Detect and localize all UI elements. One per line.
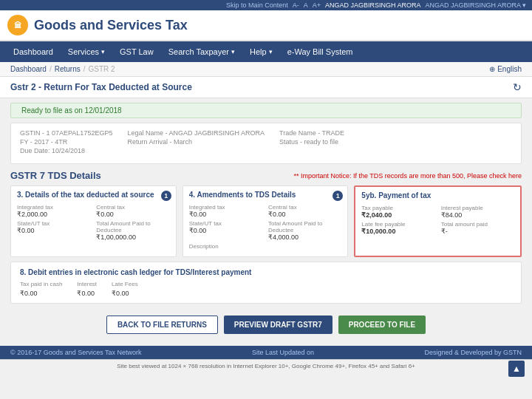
preview-button[interactable]: PREVIEW DRAFT GSTR7 [224,316,332,334]
card3-row1: Tax payable ₹2,040.00 Interest payable ₹… [361,205,514,219]
card2-integrated: Integrated tax ₹0.00 [189,204,262,218]
info-row-1: GSTIN - 1 07AEPAL1752EGP5 FY - 2017 - 4T… [20,129,512,154]
card1-central: Central tax ₹0.00 [96,204,169,218]
card1-integrated: Integrated tax ₹2,000.00 [17,204,90,218]
scroll-to-top[interactable]: ▲ [508,361,525,377]
breadcrumb-gstr2: GSTR 2 [89,65,115,73]
button-bar: BACK TO FILE RETURNS PREVIEW DRAFT GSTR7… [0,308,532,341]
footer-bottom: Site best viewed at 1024 × 768 resolutio… [0,359,532,372]
breadcrumb-dashboard[interactable]: Dashboard [10,65,47,73]
info-box: GSTIN - 1 07AEPAL1752EGP5 FY - 2017 - 4T… [10,123,522,164]
card2-title: 4. Amendments to TDS Details [189,191,342,200]
card1-total: Total Amount Paid to Deductee ₹1,00,000.… [96,220,169,241]
footer: © 2016-17 Goods and Services Tax Network… [0,346,532,359]
card-tds-details: 3. Details of the tax deducted at source… [10,185,177,257]
info-legal: Legal Name - ANGAD JAGBIRSINGH ARORA Ret… [127,129,265,154]
debit-entries-card: 8. Debit entries in electronic cash ledg… [10,262,522,304]
card3-interest: Interest payable ₹84.00 [441,205,514,219]
debit-cashpaid: Tax paid in cash ₹0.00 [20,281,62,297]
card3-row2: Late fee payable ₹10,000.00 Total amount… [361,221,514,235]
debit-latefees: Late Fees ₹0.00 [112,281,138,297]
nav-dashboard[interactable]: Dashboard [6,41,61,62]
nav-search-taxpayer[interactable]: Search Taxpayer [161,41,242,62]
nav-help[interactable]: Help [242,41,280,62]
card1-row2: State/UT tax ₹0.00 Total Amount Paid to … [17,220,170,241]
card3-totalpaid: Total amount paid ₹- [441,221,514,235]
font-normal[interactable]: A [304,1,308,9]
card1-row1: Integrated tax ₹2,000.00 Central tax ₹0.… [17,204,170,218]
font-large[interactable]: A+ [313,1,321,9]
important-notice: ** Important Notice: If the TDS records … [293,172,522,180]
footer-copyright: © 2016-17 Goods and Services Tax Network [10,349,142,356]
proceed-button[interactable]: PROCEED TO FILE [338,316,426,334]
breadcrumb: Dashboard / Returns / GSTR 2 [10,65,115,73]
refresh-icon[interactable]: ↻ [513,81,522,93]
top-bar-links: Skip to Main Content A- A A+ ANGAD JAGBI… [226,1,526,9]
nav-services[interactable]: Services [61,41,112,62]
page-title: Gstr 2 - Return For Tax Deducted at Sour… [10,82,192,92]
user-info: ANGAD JAGBIRSINGH ARORA [325,1,421,9]
language-selector[interactable]: ⊕ English [489,65,522,73]
site-title: Goods and Services Tax [34,18,188,33]
info-trade: Trade Name - TRADE Status - ready to fil… [279,129,344,154]
top-bar: Skip to Main Content A- A A+ ANGAD JAGBI… [0,0,532,10]
cards-row: 3. Details of the tax deducted at source… [10,185,522,257]
nav-gst-law[interactable]: GST Law [112,41,161,62]
main-nav: Dashboard Services GST Law Search Taxpay… [0,41,532,62]
info-gstin: GSTIN - 1 07AEPAL1752EGP5 FY - 2017 - 4T… [20,129,112,154]
card2-total: Total Amount Paid to Deductee ₹4,000.00 [268,220,341,241]
card2-row3: Description [189,243,342,250]
footer-designed: Designed & Developed by GSTN [424,349,522,356]
card2-row1: Integrated tax ₹0.00 Central tax ₹0.00 [189,204,342,218]
card1-title: 3. Details of the tax deducted at source [17,191,170,200]
breadcrumb-sep1: / [50,65,52,73]
important-link[interactable]: here [508,172,522,180]
card2-row2: State/UT tax ₹0.00 Total Amount Paid to … [189,220,342,241]
card1-badge: 1 [161,191,171,201]
header: 🏛 Goods and Services Tax [0,10,532,41]
status-bar: Ready to file as on 12/01/2018 [10,103,522,118]
debit-card-title: 8. Debit entries in electronic cash ledg… [20,268,512,276]
card2-central: Central tax ₹0.00 [268,204,341,218]
sub-nav: Dashboard / Returns / GSTR 2 ⊕ English [0,62,532,77]
section-header: GSTR 7 TDS Details ** Important Notice: … [0,168,532,183]
card2-state: State/UT tax ₹0.00 [189,220,262,241]
breadcrumb-returns[interactable]: Returns [55,65,81,73]
card-amendments: 4. Amendments to TDS Details 1 Integrate… [183,185,349,257]
card-payment: 5yb. Payment of tax Tax payable ₹2,040.0… [354,185,522,257]
back-button[interactable]: BACK TO FILE RETURNS [106,316,218,334]
footer-lastupdated: Site Last Updated on [252,349,314,356]
skip-link[interactable]: Skip to Main Content [226,1,288,9]
card3-taxpayable: Tax payable ₹2,040.00 [361,205,434,219]
card1-state: State/UT tax ₹0.00 [17,220,90,241]
status-text: Ready to file as on 12/01/2018 [21,106,122,115]
card2-desc: Description [189,243,342,250]
debit-interest: Interest ₹0.00 [77,281,97,297]
breadcrumb-sep2: / [83,65,86,73]
user-dropdown[interactable]: ANGAD JAGBIRSINGH ARORA ▾ [425,1,526,9]
logo: 🏛 [7,15,28,35]
section-title: GSTR 7 TDS Details [10,170,101,181]
page-header: Gstr 2 - Return For Tax Deducted at Sour… [0,77,532,98]
nav-eway[interactable]: e-Way Bill System [280,41,361,62]
card3-latefee: Late fee payable ₹10,000.00 [361,221,434,235]
font-small[interactable]: A- [293,1,299,9]
debit-row: Tax paid in cash ₹0.00 Interest ₹0.00 La… [20,281,512,297]
card3-title: 5yb. Payment of tax [361,191,514,200]
